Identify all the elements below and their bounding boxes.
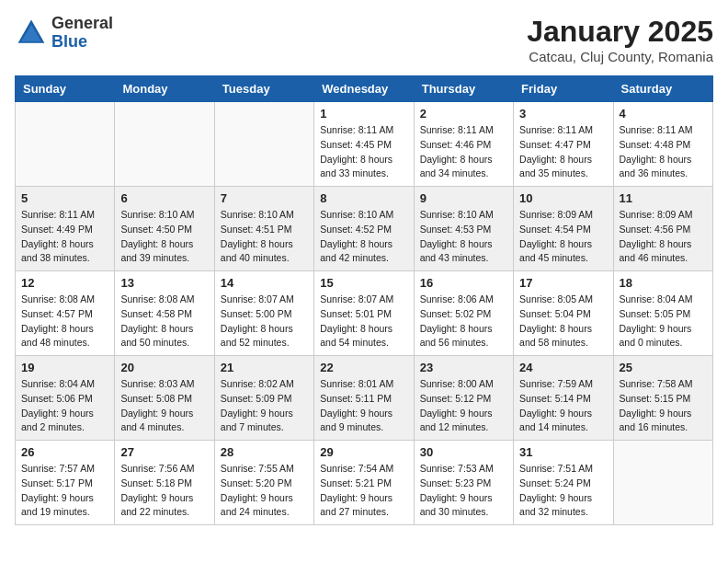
location-title: Catcau, Cluj County, Romania — [527, 49, 713, 64]
calendar-cell: 13Sunrise: 8:08 AMSunset: 4:58 PMDayligh… — [115, 271, 214, 356]
calendar-week-row: 19Sunrise: 8:04 AMSunset: 5:06 PMDayligh… — [16, 356, 713, 441]
calendar-cell: 22Sunrise: 8:01 AMSunset: 5:11 PMDayligh… — [314, 356, 414, 441]
calendar-cell: 6Sunrise: 8:10 AMSunset: 4:50 PMDaylight… — [115, 187, 214, 271]
day-info: Sunrise: 8:07 AMSunset: 5:01 PMDaylight:… — [320, 293, 407, 350]
calendar-cell: 15Sunrise: 8:07 AMSunset: 5:01 PMDayligh… — [314, 271, 414, 356]
calendar-cell: 25Sunrise: 7:58 AMSunset: 5:15 PMDayligh… — [613, 356, 712, 441]
day-number: 15 — [320, 276, 407, 290]
day-info: Sunrise: 7:54 AMSunset: 5:21 PMDaylight:… — [320, 462, 407, 520]
calendar-week-row: 1Sunrise: 8:11 AMSunset: 4:45 PMDaylight… — [16, 102, 713, 187]
calendar-cell: 1Sunrise: 8:11 AMSunset: 4:45 PMDaylight… — [314, 102, 414, 187]
calendar-cell — [115, 102, 214, 187]
calendar-cell: 7Sunrise: 8:10 AMSunset: 4:51 PMDaylight… — [214, 187, 313, 271]
day-number: 21 — [221, 361, 308, 374]
calendar-cell: 16Sunrise: 8:06 AMSunset: 5:02 PMDayligh… — [414, 271, 513, 356]
day-number: 6 — [120, 191, 208, 205]
calendar-week-row: 26Sunrise: 7:57 AMSunset: 5:17 PMDayligh… — [16, 441, 713, 525]
day-number: 12 — [21, 276, 108, 290]
day-number: 16 — [420, 276, 507, 290]
page-header: General Blue January 2025 Catcau, Cluj C… — [15, 15, 713, 64]
day-info: Sunrise: 8:08 AMSunset: 4:58 PMDaylight:… — [120, 293, 208, 350]
weekday-header: Wednesday — [314, 76, 414, 102]
calendar-cell: 17Sunrise: 8:05 AMSunset: 5:04 PMDayligh… — [514, 271, 613, 356]
weekday-row: SundayMondayTuesdayWednesdayThursdayFrid… — [16, 76, 713, 102]
logo-blue: Blue — [51, 33, 113, 52]
calendar-cell: 29Sunrise: 7:54 AMSunset: 5:21 PMDayligh… — [314, 441, 414, 525]
calendar-cell: 30Sunrise: 7:53 AMSunset: 5:23 PMDayligh… — [414, 441, 513, 525]
day-info: Sunrise: 8:04 AMSunset: 5:05 PMDaylight:… — [620, 293, 707, 350]
day-info: Sunrise: 8:11 AMSunset: 4:46 PMDaylight:… — [420, 123, 507, 181]
day-number: 29 — [320, 445, 407, 459]
day-info: Sunrise: 8:11 AMSunset: 4:48 PMDaylight:… — [620, 123, 707, 181]
weekday-header: Thursday — [414, 76, 513, 102]
day-info: Sunrise: 8:04 AMSunset: 5:06 PMDaylight:… — [21, 377, 108, 435]
calendar-cell: 12Sunrise: 8:08 AMSunset: 4:57 PMDayligh… — [16, 271, 115, 356]
calendar-cell: 20Sunrise: 8:03 AMSunset: 5:08 PMDayligh… — [115, 356, 214, 441]
calendar-cell: 14Sunrise: 8:07 AMSunset: 5:00 PMDayligh… — [214, 271, 313, 356]
day-info: Sunrise: 8:05 AMSunset: 5:04 PMDaylight:… — [519, 293, 607, 350]
calendar-cell: 18Sunrise: 8:04 AMSunset: 5:05 PMDayligh… — [613, 271, 712, 356]
calendar-cell: 3Sunrise: 8:11 AMSunset: 4:47 PMDaylight… — [514, 102, 613, 187]
day-info: Sunrise: 7:57 AMSunset: 5:17 PMDaylight:… — [21, 462, 108, 520]
logo-general: General — [51, 15, 113, 33]
day-info: Sunrise: 8:07 AMSunset: 5:00 PMDaylight:… — [221, 293, 308, 350]
day-number: 2 — [420, 107, 507, 121]
day-info: Sunrise: 7:55 AMSunset: 5:20 PMDaylight:… — [221, 462, 308, 520]
calendar-cell: 21Sunrise: 8:02 AMSunset: 5:09 PMDayligh… — [214, 356, 313, 441]
day-number: 27 — [120, 445, 208, 459]
day-number: 23 — [420, 361, 507, 374]
day-number: 4 — [620, 107, 707, 121]
calendar-cell: 23Sunrise: 8:00 AMSunset: 5:12 PMDayligh… — [414, 356, 513, 441]
day-info: Sunrise: 7:56 AMSunset: 5:18 PMDaylight:… — [120, 462, 208, 520]
day-info: Sunrise: 8:03 AMSunset: 5:08 PMDaylight:… — [120, 377, 208, 435]
calendar: SundayMondayTuesdayWednesdayThursdayFrid… — [15, 75, 713, 525]
logo-text: General Blue — [51, 15, 113, 52]
day-number: 3 — [519, 107, 607, 121]
day-number: 13 — [120, 276, 208, 290]
weekday-header: Friday — [514, 76, 613, 102]
day-number: 5 — [21, 191, 108, 205]
calendar-cell: 27Sunrise: 7:56 AMSunset: 5:18 PMDayligh… — [115, 441, 214, 525]
month-title: January 2025 — [527, 15, 713, 49]
day-number: 7 — [221, 191, 308, 205]
calendar-cell: 26Sunrise: 7:57 AMSunset: 5:17 PMDayligh… — [16, 441, 115, 525]
day-info: Sunrise: 8:09 AMSunset: 4:56 PMDaylight:… — [620, 208, 707, 266]
day-info: Sunrise: 8:02 AMSunset: 5:09 PMDaylight:… — [221, 377, 308, 435]
calendar-cell: 8Sunrise: 8:10 AMSunset: 4:52 PMDaylight… — [314, 187, 414, 271]
day-number: 14 — [221, 276, 308, 290]
day-number: 25 — [620, 361, 707, 374]
weekday-header: Tuesday — [214, 76, 313, 102]
day-number: 24 — [519, 361, 607, 374]
day-info: Sunrise: 8:10 AMSunset: 4:51 PMDaylight:… — [221, 208, 308, 266]
day-number: 22 — [320, 361, 407, 374]
weekday-header: Monday — [115, 76, 214, 102]
calendar-cell — [16, 102, 115, 187]
day-info: Sunrise: 7:58 AMSunset: 5:15 PMDaylight:… — [620, 377, 707, 435]
day-number: 17 — [519, 276, 607, 290]
calendar-body: 1Sunrise: 8:11 AMSunset: 4:45 PMDaylight… — [16, 102, 713, 525]
day-info: Sunrise: 7:59 AMSunset: 5:14 PMDaylight:… — [519, 377, 607, 435]
day-number: 30 — [420, 445, 507, 459]
day-info: Sunrise: 8:01 AMSunset: 5:11 PMDaylight:… — [320, 377, 407, 435]
day-number: 18 — [620, 276, 707, 290]
calendar-cell — [214, 102, 313, 187]
logo: General Blue — [15, 15, 113, 52]
day-number: 31 — [519, 445, 607, 459]
calendar-cell: 10Sunrise: 8:09 AMSunset: 4:54 PMDayligh… — [514, 187, 613, 271]
day-number: 1 — [320, 107, 407, 121]
day-info: Sunrise: 8:10 AMSunset: 4:50 PMDaylight:… — [120, 208, 208, 266]
calendar-week-row: 12Sunrise: 8:08 AMSunset: 4:57 PMDayligh… — [16, 271, 713, 356]
day-number: 19 — [21, 361, 108, 374]
day-number: 9 — [420, 191, 507, 205]
calendar-cell: 24Sunrise: 7:59 AMSunset: 5:14 PMDayligh… — [514, 356, 613, 441]
day-info: Sunrise: 8:06 AMSunset: 5:02 PMDaylight:… — [420, 293, 507, 350]
calendar-cell: 9Sunrise: 8:10 AMSunset: 4:53 PMDaylight… — [414, 187, 513, 271]
calendar-cell: 28Sunrise: 7:55 AMSunset: 5:20 PMDayligh… — [214, 441, 313, 525]
title-block: January 2025 Catcau, Cluj County, Romani… — [527, 15, 713, 64]
day-info: Sunrise: 7:53 AMSunset: 5:23 PMDaylight:… — [420, 462, 507, 520]
day-number: 10 — [519, 191, 607, 205]
day-number: 8 — [320, 191, 407, 205]
calendar-cell: 11Sunrise: 8:09 AMSunset: 4:56 PMDayligh… — [613, 187, 712, 271]
logo-icon — [15, 17, 48, 50]
day-number: 26 — [21, 445, 108, 459]
